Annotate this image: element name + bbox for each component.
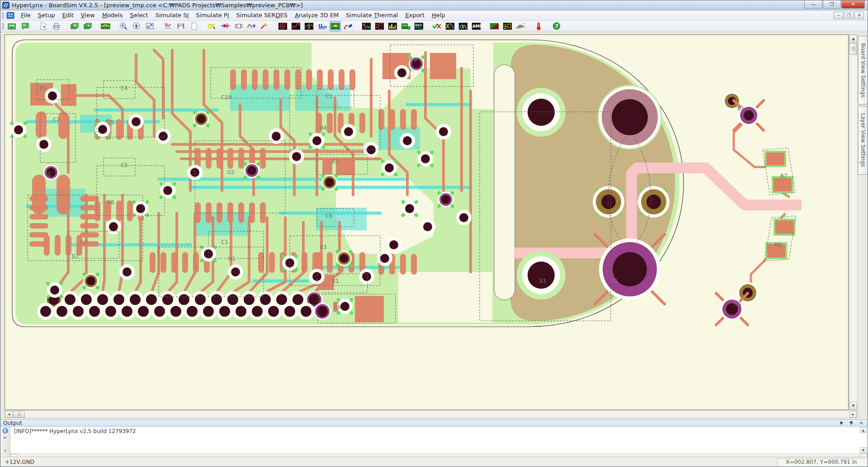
assign-models-icon[interactable] <box>220 21 231 31</box>
output-list-icon[interactable]: ≡ <box>2 448 9 453</box>
eye-mask-icon[interactable] <box>444 21 456 31</box>
title-bar[interactable]: HyperLynx - BoardSim VX.2.5 - [preview_t… <box>0 0 868 10</box>
output-header[interactable]: Output ▼ ✕ <box>0 420 868 427</box>
mdi-restore-button[interactable]: ❐ <box>844 12 854 19</box>
zoom-in-icon[interactable] <box>118 21 129 31</box>
component-label-d2: D2 <box>735 299 742 306</box>
scroll-up-button[interactable]: ▲ <box>849 35 857 43</box>
svg-text:?: ? <box>555 23 558 29</box>
print-icon[interactable] <box>51 21 62 31</box>
component-label-u4: U4 <box>320 124 327 131</box>
component-label-d1: D1 <box>737 105 745 112</box>
net-schematic-icon[interactable] <box>502 21 513 31</box>
menu-setup[interactable]: Setup <box>34 10 59 20</box>
terminator-wizard-icon[interactable] <box>233 21 244 31</box>
boards-select-icon[interactable] <box>82 21 93 31</box>
output-expand-icon[interactable]: ► <box>2 435 9 440</box>
wave-probe-icon[interactable] <box>303 21 315 31</box>
output-scroll-down-button[interactable]: ▼ <box>860 447 867 453</box>
toolbar-separator <box>274 22 274 30</box>
output-scroll-up-button[interactable]: ▲ <box>860 427 867 433</box>
component-label-c7: C7 <box>53 116 60 123</box>
svg-text:DES: DES <box>415 24 422 27</box>
toolbar-grip[interactable] <box>2 23 4 30</box>
eye-diagram-icon[interactable] <box>458 21 469 31</box>
component-label-u1: U1 <box>228 255 236 262</box>
unit-settings-icon[interactable]: Uoo <box>316 21 328 31</box>
close-button[interactable]: ✕ <box>841 0 865 9</box>
open-board-icon[interactable] <box>6 21 18 31</box>
output-dropdown-icon[interactable]: ▼ <box>838 420 845 426</box>
erase-highlights-icon[interactable] <box>162 21 174 31</box>
zoom-previous-icon[interactable] <box>131 21 142 31</box>
menu-simulate-thermal[interactable]: Simulate Thermal <box>342 10 401 20</box>
menu-analyze-3d-em[interactable]: Analyze 3D EM <box>291 10 342 20</box>
pcb-canvas[interactable]: R5C7Y1C4U5C5C10U2U6C2C1U7U1U3U4C3C6R2R1C… <box>5 34 849 410</box>
oscilloscope-icon[interactable] <box>374 21 385 31</box>
spectrum-icon[interactable] <box>387 21 398 31</box>
edit-schematic-icon[interactable] <box>207 21 218 31</box>
scroll-down-button[interactable]: ▼ <box>849 402 857 410</box>
pcb-board-svg[interactable]: R5C7Y1C4U5C5C10U2U6C2C1U7U1U3U4C3C6R2R1C… <box>5 35 848 410</box>
minimize-button[interactable]: — <box>804 0 822 9</box>
crosstalk-icon[interactable] <box>277 21 288 31</box>
canvas-horizontal-scrollbar[interactable]: ◄ ► <box>5 410 858 418</box>
vertical-scroll-thumb[interactable] <box>849 43 857 55</box>
menubar-grip[interactable] <box>2 12 4 19</box>
sweep-wizard-icon[interactable] <box>259 21 270 31</box>
show-board-icon[interactable] <box>330 21 341 31</box>
output-title: Output <box>3 420 835 426</box>
mdi-minimize-button[interactable]: — <box>834 12 843 19</box>
output-close-icon[interactable]: ✕ <box>858 420 865 426</box>
menu-models[interactable]: Models <box>99 10 127 20</box>
em-solver-icon[interactable] <box>515 21 526 31</box>
board-wizard-icon[interactable] <box>100 21 111 31</box>
scroll-left-button[interactable]: ◄ <box>5 411 13 418</box>
component-label-c10: C10 <box>221 94 231 100</box>
help-icon[interactable]: ? <box>551 21 562 31</box>
run-interactive-sim-icon[interactable] <box>246 21 257 31</box>
ami-model-icon[interactable]: AMI <box>471 21 482 31</box>
toolbar-separator <box>485 22 486 30</box>
component-label-c4: C4 <box>121 85 128 91</box>
component-label-r1: R1 <box>332 277 339 284</box>
board-stackup-icon[interactable] <box>400 21 411 31</box>
restore-button[interactable]: ❐ <box>823 0 841 9</box>
component-label-q1: Q1 <box>611 277 618 284</box>
menu-simulate-serdes[interactable]: Simulate SERDES <box>233 10 292 20</box>
component-label-x1: X1 <box>539 277 547 284</box>
menu-export[interactable]: Export <box>401 10 428 20</box>
zoom-fit-icon[interactable] <box>144 21 156 31</box>
menu-select[interactable]: Select <box>127 10 152 20</box>
attach-probe-icon[interactable] <box>343 21 354 31</box>
menu-file[interactable]: File <box>17 10 34 20</box>
output-log[interactable]: [INFO]****** HyperLynx v2,5 build 127939… <box>10 427 868 453</box>
des-icon[interactable]: DES <box>413 21 425 31</box>
verify-icon[interactable] <box>431 21 443 31</box>
output-pin-icon[interactable] <box>848 420 855 426</box>
board-viewer-icon[interactable] <box>361 21 372 31</box>
menu-simulate-pi[interactable]: Simulate PI <box>192 10 232 20</box>
menu-help[interactable]: Help <box>428 10 449 20</box>
mdi-close-button[interactable]: ✕ <box>854 12 864 19</box>
measure-distance-icon[interactable]: 1.1 <box>175 21 187 31</box>
horizontal-scroll-thumb[interactable] <box>13 411 25 418</box>
output-vertical-scrollbar[interactable]: ▲ ▼ <box>860 427 867 453</box>
menu-view[interactable]: View <box>77 10 99 20</box>
svg-text:AMI: AMI <box>472 24 481 29</box>
new-session-icon[interactable] <box>189 21 200 31</box>
tab-layer-view-settings[interactable]: Layer View Settings <box>858 106 868 175</box>
menu-simulate-si[interactable]: Simulate SI <box>152 10 193 20</box>
report-flag-icon[interactable] <box>489 21 500 31</box>
boards-stack-icon[interactable] <box>69 21 80 31</box>
thermal-icon[interactable] <box>533 21 544 31</box>
signal-wave-icon[interactable] <box>290 21 302 31</box>
open-freeform-icon[interactable] <box>19 21 31 31</box>
tab-board-view-settings[interactable]: Board View Settings <box>858 36 868 105</box>
export-netlist-icon[interactable] <box>38 21 49 31</box>
scroll-right-button[interactable]: ► <box>849 411 857 418</box>
menu-edit[interactable]: Edit <box>59 10 77 20</box>
canvas-vertical-scrollbar[interactable]: ▲ ▼ <box>849 34 858 410</box>
component-label-c3: C3 <box>326 93 333 100</box>
component-label-u5: U5 <box>107 119 114 126</box>
